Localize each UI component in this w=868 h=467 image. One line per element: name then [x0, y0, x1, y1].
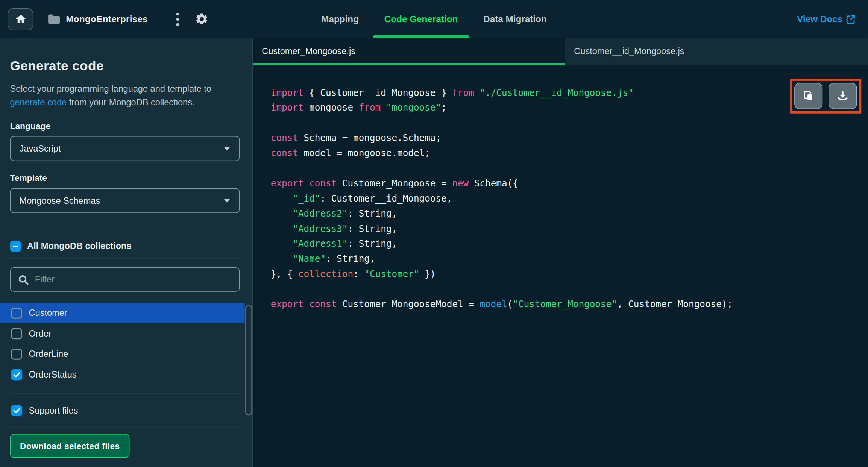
checkbox-minus-icon [13, 246, 18, 247]
collection-name: OrderLine [29, 349, 68, 359]
checkbox-check-icon [13, 408, 20, 413]
annotation-highlight-box [790, 79, 861, 114]
collection-name: Order [29, 329, 52, 338]
caret-down-icon [224, 147, 231, 150]
all-collections-checkbox[interactable] [10, 241, 21, 252]
scrollbar-thumb[interactable] [245, 305, 252, 415]
code-block: import { Customer__id_Mongoose } from ".… [253, 65, 868, 312]
nav-tab-mapping[interactable]: Mapping [321, 0, 359, 38]
collection-checkbox[interactable] [11, 308, 22, 318]
search-icon [18, 274, 29, 285]
generate-code-panel: Generate code Select your programming la… [0, 38, 253, 467]
collection-row[interactable]: OrderStatus [0, 364, 245, 385]
generate-code-link[interactable]: generate code [10, 97, 67, 107]
language-select[interactable]: JavaScript [10, 136, 240, 161]
support-files-label: Support files [29, 405, 78, 415]
collection-name: Customer [29, 308, 67, 318]
gear-icon[interactable] [194, 12, 209, 26]
all-collections-label: All MongoDB collections [27, 241, 131, 251]
download-code-button[interactable] [829, 83, 857, 109]
nav-tab-data-migration[interactable]: Data Migration [483, 0, 547, 38]
collection-checkbox[interactable] [11, 349, 22, 359]
copy-code-button[interactable] [794, 83, 822, 109]
collection-checkbox[interactable] [11, 328, 22, 339]
view-docs-link[interactable]: View Docs [797, 0, 855, 38]
divider [10, 427, 241, 427]
project-info: MongoEnterprises [48, 14, 148, 24]
home-icon [15, 13, 26, 25]
divider [10, 258, 241, 259]
topbar: MongoEnterprises Mapping Code Generation… [0, 0, 868, 38]
panel-title: Generate code [10, 58, 240, 74]
all-collections-row[interactable]: All MongoDB collections [10, 241, 240, 252]
panel-description: Select your programming language and tem… [10, 82, 244, 109]
file-tab-bar: Customer_Mongoose.js Customer__id_Mongoo… [253, 38, 868, 65]
file-tab-customer-mongoose[interactable]: Customer_Mongoose.js [253, 38, 565, 65]
filter-input[interactable] [35, 274, 232, 284]
divider [10, 394, 241, 394]
support-files-row[interactable]: Support files [0, 400, 252, 420]
language-label: Language [10, 121, 240, 131]
file-tab-customer-id-mongoose[interactable]: Customer__id_Mongoose.js [565, 38, 868, 65]
checkbox-check-icon [13, 371, 20, 377]
template-label: Template [10, 173, 240, 183]
collections-list: CustomerOrderOrderLineOrderStatus [0, 303, 245, 385]
template-value: Mongoose Schemas [20, 196, 100, 205]
folder-icon [48, 14, 61, 24]
copy-icon [803, 90, 814, 102]
nav-tab-code-generation[interactable]: Code Generation [384, 0, 458, 38]
collection-row[interactable]: OrderLine [0, 344, 245, 364]
collection-row[interactable]: Order [0, 323, 245, 344]
support-files-checkbox[interactable] [11, 405, 22, 416]
code-editor: Customer_Mongoose.js Customer__id_Mongoo… [253, 38, 868, 467]
collection-row[interactable]: Customer [0, 303, 245, 323]
app-window: MongoEnterprises Mapping Code Generation… [0, 0, 868, 467]
external-link-icon [847, 15, 856, 24]
main-nav: Mapping Code Generation Data Migration [321, 0, 547, 38]
language-value: JavaScript [20, 144, 61, 153]
caret-down-icon [224, 199, 231, 202]
home-button[interactable] [8, 8, 33, 30]
active-tab-underline [372, 35, 469, 38]
kebab-menu-icon[interactable] [171, 12, 184, 26]
collection-name: OrderStatus [29, 369, 77, 379]
download-icon [837, 90, 849, 102]
template-select[interactable]: Mongoose Schemas [10, 188, 240, 213]
download-selected-files-button[interactable]: Download selected files [10, 434, 129, 458]
collection-checkbox[interactable] [11, 369, 22, 380]
project-name: MongoEnterprises [66, 14, 148, 24]
filter-field [10, 267, 240, 292]
